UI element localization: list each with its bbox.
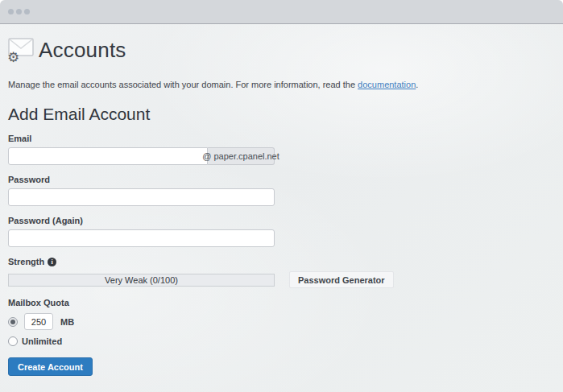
page-content: ⚙ Accounts Manage the email accounts ass… (0, 34, 563, 392)
window-dot-icon (16, 9, 22, 14)
page-title: Accounts (39, 38, 126, 63)
quota-value-input[interactable] (24, 313, 53, 330)
email-input[interactable] (8, 147, 208, 165)
mail-gear-icon: ⚙ (8, 38, 34, 62)
strength-label: Strength (8, 257, 44, 266)
intro-text: Manage the email accounts associated wit… (8, 80, 555, 89)
window-dot-icon (8, 9, 14, 14)
create-account-button[interactable]: Create Account (8, 357, 93, 376)
quota-custom-radio[interactable] (8, 317, 18, 327)
app-window: ⚙ Accounts Manage the email accounts ass… (0, 0, 563, 392)
documentation-link[interactable]: documentation (358, 80, 416, 89)
email-domain-addon: @ paper.cpanel.net (208, 147, 275, 165)
email-input-group: @ paper.cpanel.net (8, 147, 275, 165)
add-email-account-heading: Add Email Account (8, 105, 555, 124)
window-dot-icon (24, 9, 30, 14)
intro-text-before: Manage the email accounts associated wit… (8, 80, 358, 89)
mailbox-quota-label: Mailbox Quota (8, 298, 555, 307)
window-titlebar (0, 0, 563, 24)
quota-unlimited-label: Unlimited (22, 336, 62, 346)
quota-unit-label: MB (60, 317, 74, 327)
info-icon[interactable]: i (48, 258, 56, 266)
quota-unlimited-row: Unlimited (8, 336, 555, 346)
strength-label-row: Strength i (8, 257, 555, 266)
password-label: Password (8, 175, 555, 184)
password-input[interactable] (8, 188, 275, 206)
gear-icon: ⚙ (7, 51, 19, 64)
password-again-label: Password (Again) (8, 216, 555, 225)
strength-meter: Very Weak (0/100) (8, 274, 275, 287)
page-header: ⚙ Accounts (8, 34, 555, 66)
quota-custom-row: MB (8, 313, 555, 330)
quota-unlimited-radio[interactable] (8, 336, 18, 346)
password-generator-button[interactable]: Password Generator (289, 271, 394, 288)
email-label: Email (8, 134, 555, 143)
password-again-input[interactable] (8, 229, 275, 247)
intro-text-after: . (416, 80, 418, 89)
strength-row: Very Weak (0/100) Password Generator (8, 271, 555, 288)
